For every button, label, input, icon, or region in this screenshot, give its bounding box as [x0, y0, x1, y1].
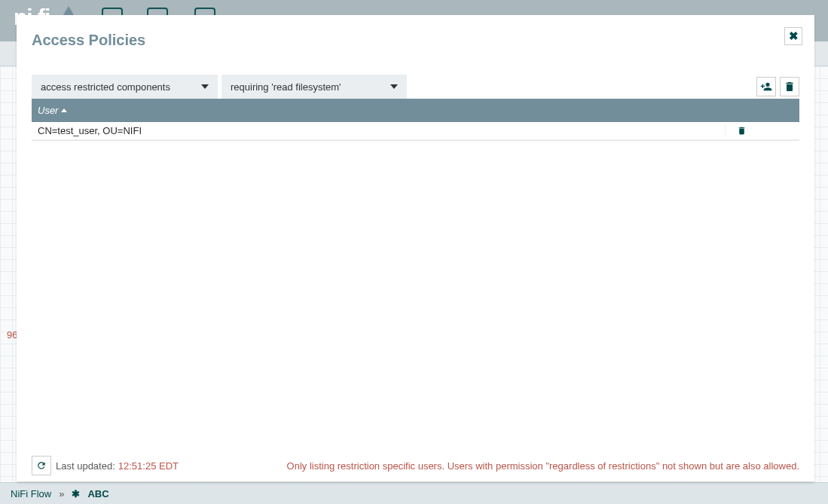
- last-updated-label: Last updated:: [56, 460, 115, 472]
- close-button[interactable]: ✖: [784, 27, 802, 45]
- dialog-footer: Last updated: 12:51:25 EDT Only listing …: [32, 456, 799, 475]
- policy-controls: access restricted components requiring '…: [17, 53, 814, 99]
- chevron-down-icon: [201, 84, 209, 89]
- policy-action-dropdown[interactable]: requiring 'read filesystem': [222, 75, 407, 99]
- breadcrumb-separator: »: [59, 488, 64, 499]
- column-user-header: User: [38, 105, 58, 116]
- last-updated-time: 12:51:25 EDT: [118, 460, 179, 472]
- add-user-button[interactable]: [756, 77, 776, 96]
- delete-policy-button[interactable]: [780, 77, 799, 96]
- chevron-down-icon: [390, 84, 398, 89]
- policy-action-value: requiring 'read filesystem': [231, 81, 341, 93]
- users-table: User CN=test_user, OU=NIFI: [32, 99, 799, 141]
- dialog-title: Access Policies: [17, 15, 814, 53]
- remove-user-button[interactable]: [737, 126, 747, 136]
- close-icon: ✖: [789, 29, 799, 43]
- breadcrumb: NiFi Flow » ✱ ABC: [0, 482, 828, 504]
- breadcrumb-root[interactable]: NiFi Flow: [11, 488, 51, 499]
- user-cell: CN=test_user, OU=NIFI: [32, 125, 726, 136]
- trash-icon: [784, 81, 796, 93]
- process-group-icon: ✱: [72, 488, 80, 499]
- table-header[interactable]: User: [32, 99, 799, 122]
- breadcrumb-current[interactable]: ABC: [87, 488, 108, 499]
- user-plus-icon: [760, 81, 772, 93]
- row-actions: [726, 126, 799, 136]
- sort-asc-icon: [61, 108, 67, 112]
- policy-type-value: access restricted components: [41, 81, 170, 93]
- footer-note: Only listing restriction specific users.…: [287, 460, 799, 472]
- refresh-icon: [36, 460, 47, 471]
- access-policies-dialog: ✖ Access Policies access restricted comp…: [17, 15, 814, 481]
- policy-type-dropdown[interactable]: access restricted components: [32, 75, 218, 99]
- refresh-button[interactable]: [32, 456, 51, 475]
- table-row[interactable]: CN=test_user, OU=NIFI: [32, 122, 799, 140]
